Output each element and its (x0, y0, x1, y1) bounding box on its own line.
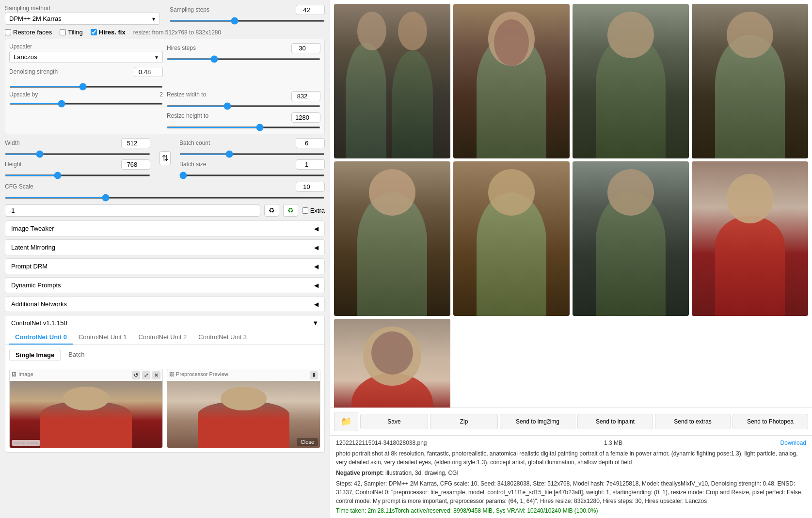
width-label: Width (5, 140, 20, 146)
info-params: Steps: 42, Sampler: DPM++ 2M Karras, CFG… (336, 479, 806, 505)
resize-width-slider[interactable] (167, 105, 320, 107)
height-input[interactable]: 768 (121, 159, 150, 170)
height-label: Height (5, 161, 22, 168)
image-watermark: cam drawing (12, 440, 40, 446)
latent-mirroring-header[interactable]: Latent Mirroring ◀ (5, 240, 324, 255)
seed-random-button[interactable]: ♻ (283, 204, 298, 217)
height-slider[interactable] (5, 174, 150, 176)
seed-input[interactable]: -1 (5, 204, 260, 217)
dynamic-prompts-header[interactable]: Dynamic Prompts ◀ (5, 278, 324, 293)
prompt-drm-header[interactable]: Prompt DRM ◀ (5, 259, 324, 274)
sampling-steps-input[interactable]: 42 (296, 5, 325, 15)
denoising-slider[interactable] (9, 86, 163, 88)
dynamic-prompts-section: Dynamic Prompts ◀ (5, 277, 325, 293)
gallery-item-8[interactable] (692, 161, 808, 316)
latent-mirroring-section: Latent Mirroring ◀ (5, 239, 325, 255)
save-button[interactable]: Save (360, 414, 428, 429)
preprocessor-download[interactable]: ⬇ (310, 371, 318, 379)
gallery-item-5[interactable] (334, 161, 450, 316)
cfg-scale-slider[interactable] (5, 197, 325, 199)
gallery-item-6[interactable] (453, 161, 570, 316)
send-img2img-button[interactable]: Send to img2img (500, 414, 575, 429)
sampling-method-label: Sampling method (5, 5, 160, 12)
gallery-item-4[interactable] (692, 4, 808, 158)
info-prompt: photo portrait shot at 8k resolution, fa… (336, 449, 806, 467)
controlnet-tab-3[interactable]: ControlNet Unit 3 (192, 330, 253, 345)
additional-networks-header[interactable]: Additional Networks ◀ (5, 297, 324, 312)
image-label: 🖼 Image (12, 371, 33, 377)
additional-networks-arrow: ◀ (314, 301, 318, 308)
swap-dimensions-button[interactable]: ⇅ (159, 151, 171, 165)
seed-recycle-button[interactable]: ♻ (264, 204, 279, 217)
batch-size-input[interactable]: 1 (296, 159, 325, 170)
gallery-item-1[interactable] (334, 4, 450, 158)
left-panel: Sampling method DPM++ 2M Karras Sampling… (0, 0, 330, 518)
extra-check[interactable]: Extra (302, 207, 325, 214)
upscale-by-label: Upscale by (9, 91, 38, 98)
resize-height-label: Resize height to (167, 112, 208, 122)
resize-height-input[interactable]: 1280 (291, 112, 320, 123)
send-extras-button[interactable]: Send to extras (655, 414, 731, 429)
negative-label: Negative prompt: (336, 470, 384, 476)
hires-steps-input[interactable]: 30 (291, 43, 320, 53)
upscale-by-slider[interactable] (9, 103, 163, 105)
close-button[interactable]: Close (297, 438, 318, 446)
upscaler-select[interactable]: Lanczos (9, 51, 163, 63)
gallery-item-9[interactable] (334, 319, 450, 408)
action-bar: 📁 Save Zip Send to img2img Send to inpai… (330, 408, 812, 435)
hires-steps-slider[interactable] (167, 58, 320, 60)
image-tweaker-header[interactable]: Image Tweaker ◀ (5, 221, 324, 236)
controlnet-tab-1[interactable]: ControlNet Unit 1 (73, 330, 133, 345)
resize-info: resize: from 512x768 to 832x1280 (133, 29, 221, 36)
cfg-scale-label: CFG Scale (5, 183, 33, 190)
batch-count-input[interactable]: 6 (296, 138, 325, 148)
controlnet-tab-0[interactable]: ControlNet Unit 0 (9, 330, 73, 345)
batch-size-slider[interactable] (179, 174, 325, 176)
info-area: 12022122115014-3418028038.png 1.3 MB Dow… (330, 435, 812, 518)
send-photopea-button[interactable]: Send to Photopea (732, 414, 808, 429)
sampling-steps-slider[interactable] (170, 20, 325, 22)
image-upload-box[interactable]: 🖼 Image ↺ ⤢ ✕ cam drawing (9, 369, 163, 448)
gallery-grid (334, 4, 808, 408)
gallery-item-2[interactable] (453, 4, 570, 158)
controlnet-tabs: ControlNet Unit 0 ControlNet Unit 1 Cont… (5, 330, 324, 345)
resize-height-slider[interactable] (167, 126, 320, 128)
controlnet-tab-2[interactable]: ControlNet Unit 2 (133, 330, 193, 345)
sampling-steps-label: Sampling steps (170, 6, 209, 13)
width-input[interactable]: 512 (121, 138, 150, 148)
gallery-item-3[interactable] (573, 4, 689, 158)
resize-width-input[interactable]: 832 (291, 91, 320, 101)
controlnet-header[interactable]: ControlNet v1.1.150 ▼ (5, 315, 324, 330)
upscaler-label: Upscaler (9, 43, 163, 50)
zip-button[interactable]: Zip (430, 414, 498, 429)
folder-button[interactable]: 📁 (334, 412, 358, 431)
preprocessor-icons: ⬇ (310, 371, 318, 379)
restore-faces-check[interactable]: Restore faces (5, 29, 52, 36)
subtab-batch[interactable]: Batch (63, 349, 90, 361)
cfg-scale-input[interactable]: 10 (296, 182, 325, 192)
gallery-item-7[interactable] (573, 161, 689, 316)
send-inpaint-button[interactable]: Send to inpaint (577, 414, 653, 429)
width-slider[interactable] (5, 153, 150, 155)
right-panel: 📁 Save Zip Send to img2img Send to inpai… (330, 0, 812, 518)
image-tweaker-section: Image Tweaker ◀ (5, 220, 325, 236)
batch-count-slider[interactable] (179, 153, 325, 155)
prompt-drm-section: Prompt DRM ◀ (5, 258, 325, 274)
download-link[interactable]: Download (780, 440, 806, 446)
preprocessor-label: 🖼 Preprocessor Preview (169, 371, 228, 377)
info-negative: Negative prompt: illustration, 3d, drawi… (336, 469, 806, 477)
delete-button[interactable]: ✕ (152, 371, 160, 379)
subtab-single[interactable]: Single Image (9, 349, 61, 361)
filesize-text: 1.3 MB (604, 440, 622, 446)
additional-networks-section: Additional Networks ◀ (5, 296, 325, 312)
info-time: Time taken: 2m 28.11sTorch active/reserv… (336, 507, 806, 514)
image-tweaker-arrow: ◀ (314, 225, 318, 232)
expand-button[interactable]: ⤢ (142, 371, 150, 379)
rotate-button[interactable]: ↺ (132, 371, 140, 379)
controlnet-section: ControlNet v1.1.150 ▼ ControlNet Unit 0 … (5, 315, 325, 453)
tiling-check[interactable]: Tiling (60, 29, 83, 36)
sampling-method-select[interactable]: DPM++ 2M Karras (5, 13, 160, 25)
preprocessor-preview-box[interactable]: 🖼 Preprocessor Preview ⬇ Close (167, 369, 320, 448)
negative-prompt-text: illustration, 3d, drawing, CGI (385, 470, 459, 476)
hires-fix-check[interactable]: Hires. fix (91, 29, 126, 36)
